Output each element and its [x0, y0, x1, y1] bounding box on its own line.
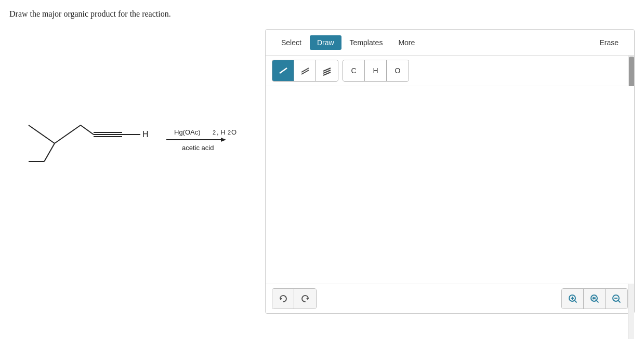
molecule-area: H Hg(OAc) 2 , H 2 O acetic acid — [0, 29, 265, 237]
svg-line-2 — [81, 125, 94, 135]
svg-text:2: 2 — [228, 129, 231, 136]
svg-text:2: 2 — [213, 129, 216, 136]
bond-tools-bar: C H O — [266, 56, 634, 86]
draw-button[interactable]: Draw — [310, 35, 341, 50]
single-bond-button[interactable] — [272, 60, 294, 81]
zoom-fit-button[interactable] — [584, 289, 606, 309]
svg-line-31 — [596, 301, 598, 303]
molecule-svg: H Hg(OAc) 2 , H 2 O acetic acid — [13, 58, 252, 213]
svg-line-3 — [44, 143, 55, 162]
hydrogen-atom-button[interactable]: H — [365, 60, 387, 81]
undo-redo-group — [272, 288, 317, 309]
svg-line-0 — [29, 125, 55, 143]
bond-group — [272, 60, 338, 82]
toolbar: Select Draw Templates More Erase — [266, 30, 634, 56]
main-area: H Hg(OAc) 2 , H 2 O acetic acid — [0, 24, 644, 361]
more-button[interactable]: More — [391, 35, 422, 50]
erase-button[interactable]: Erase — [592, 35, 626, 50]
atom-group: C H O — [343, 60, 409, 82]
redo-button[interactable] — [294, 289, 316, 309]
zoom-out-button[interactable] — [606, 289, 627, 309]
svg-text:, H: , H — [217, 128, 226, 136]
svg-line-29 — [574, 301, 576, 303]
canvas-area[interactable] — [266, 86, 634, 284]
bottom-controls — [266, 284, 634, 313]
oxygen-atom-button[interactable]: O — [387, 60, 409, 81]
double-bond-button[interactable] — [294, 60, 316, 81]
zoom-in-button[interactable] — [562, 289, 584, 309]
templates-button[interactable]: Templates — [343, 35, 390, 50]
carbon-atom-button[interactable]: C — [343, 60, 365, 81]
svg-text:acetic acid: acetic acid — [182, 144, 214, 152]
svg-marker-25 — [306, 297, 308, 300]
svg-text:H: H — [142, 130, 149, 139]
question-text: Draw the major organic product for the r… — [0, 0, 644, 24]
svg-line-34 — [619, 301, 621, 303]
zoom-group — [561, 288, 628, 309]
svg-text:O: O — [231, 128, 236, 136]
select-button[interactable]: Select — [274, 35, 309, 50]
svg-marker-24 — [280, 297, 282, 300]
svg-line-1 — [55, 125, 81, 143]
svg-line-20 — [301, 70, 309, 74]
undo-button[interactable] — [272, 289, 294, 309]
scrollbar-thumb[interactable] — [629, 57, 634, 88]
triple-bond-button[interactable] — [316, 60, 338, 81]
svg-line-18 — [280, 68, 287, 73]
svg-line-19 — [301, 68, 309, 72]
page-container: Draw the major organic product for the r… — [0, 0, 644, 361]
svg-marker-11 — [221, 138, 226, 142]
svg-text:Hg(OAc): Hg(OAc) — [174, 128, 201, 136]
drawing-panel: Select Draw Templates More Erase — [265, 29, 635, 314]
